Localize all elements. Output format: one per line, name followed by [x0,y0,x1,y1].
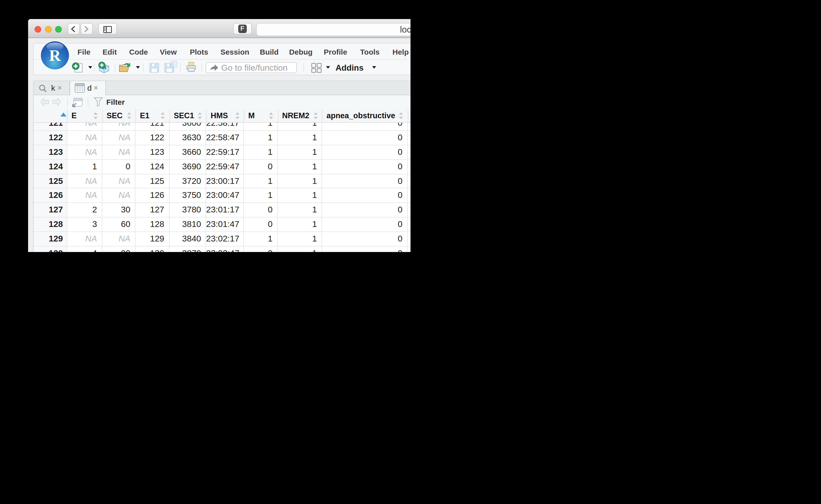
svg-text:R: R [49,46,61,64]
